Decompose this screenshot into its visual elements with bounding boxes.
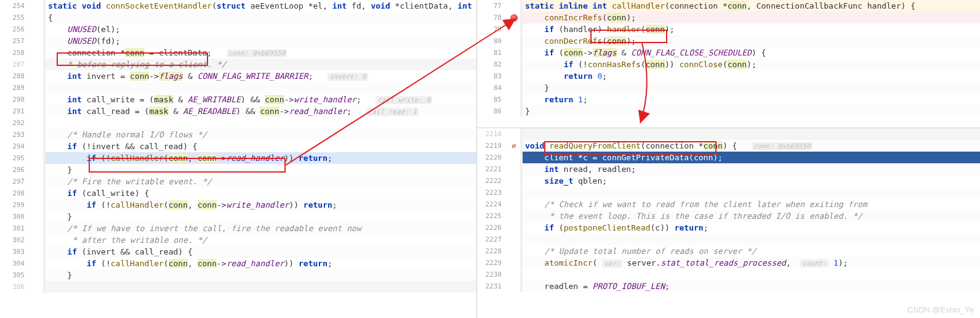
gutter-mark[interactable] [508,198,520,210]
gutter-mark[interactable] [31,269,43,281]
gutter-mark[interactable] [508,47,520,59]
code-text[interactable]: int call_read = (mask & AE_READABLE) && … [46,105,476,117]
code-text[interactable]: /* Update total number of reads on serve… [523,245,980,257]
code-line[interactable]: 291 int call_read = (mask & AE_READABLE)… [0,105,476,117]
gutter-mark[interactable] [31,82,43,94]
line-number[interactable]: 2221 [477,163,508,175]
code-line[interactable]: 296 } [0,164,476,176]
code-text[interactable]: } [46,269,476,281]
code-line[interactable]: 2226 if (postponeClientRead(c)) return; [477,222,980,234]
code-text[interactable]: int call_write = (mask & AE_WRITABLE) &&… [46,94,476,105]
gutter-mark[interactable] [508,70,520,82]
code-text[interactable]: static inline int callHandler(connection… [523,0,980,12]
gutter-mark[interactable] [31,246,43,258]
code-text[interactable]: /* Fire the writable event. */ [46,176,476,187]
code-line[interactable]: 294 if (!invert && call_read) { [0,141,476,152]
code-line[interactable]: 304 if (!callHandler(conn, conn->read_ha… [0,258,476,269]
code-line[interactable]: 289 [0,82,476,94]
gutter-mark[interactable] [31,0,43,12]
line-number[interactable]: 302 [0,234,31,246]
line-number[interactable]: 298 [0,187,31,199]
code-text[interactable]: UNUSED(el); [46,23,476,35]
right-top-editor[interactable]: 77static inline int callHandler(connecti… [477,0,980,128]
gutter-mark[interactable] [508,222,520,234]
line-number[interactable]: 2229 [477,257,508,269]
code-line[interactable]: 254static void connSocketEventHandler(st… [0,0,476,12]
gutter-mark[interactable] [508,257,520,269]
gutter-mark[interactable] [31,70,43,82]
code-text[interactable]: connection *conn = clientData; conn: 0xb… [46,47,476,59]
code-line[interactable]: 305 } [0,269,476,281]
code-line[interactable]: 83 return 0; [477,70,980,82]
line-number[interactable]: 2224 [477,198,508,210]
code-line[interactable]: 290 int call_write = (mask & AE_WRITABLE… [0,94,476,105]
code-line[interactable]: 2220 client *c = connGetPrivateData(conn… [477,152,980,163]
line-number[interactable]: 85 [477,94,508,105]
code-text[interactable] [46,281,476,293]
line-number[interactable]: 2225 [477,210,508,222]
line-number[interactable]: 79 [477,23,508,35]
right-top-code-area[interactable]: 77static inline int callHandler(connecti… [477,0,980,117]
line-number[interactable]: 287 [0,59,31,70]
code-line[interactable]: 2223 [477,187,980,198]
code-line[interactable]: 2225 * the event loop. This is the case … [477,210,980,222]
code-text[interactable] [523,269,980,280]
code-text[interactable]: atomicIncr( var: server.stat_total_reads… [523,257,980,269]
line-number[interactable]: 255 [0,12,31,23]
code-line[interactable]: 295 if (!callHandler(conn, conn->read_ha… [0,152,476,164]
line-number[interactable]: 2220 [477,152,508,163]
code-line[interactable]: 288 int invert = conn->flags & CONN_FLAG… [0,70,476,82]
code-text[interactable]: client *c = connGetPrivateData(conn); [523,152,980,163]
line-number[interactable]: 289 [0,82,31,94]
gutter-mark[interactable] [31,222,43,234]
gutter-mark[interactable] [508,12,520,23]
line-number[interactable]: 2223 [477,187,508,198]
code-text[interactable]: return 0; [523,70,980,82]
line-number[interactable]: 258 [0,47,31,59]
code-text[interactable]: if (call_write) { [46,187,476,199]
code-line[interactable]: 79 if (handler) handler(conn); [477,23,980,35]
gutter-mark[interactable] [508,23,520,35]
gutter-mark[interactable] [31,94,43,105]
code-line[interactable]: 2228 /* Update total number of reads on … [477,245,980,257]
gutter-mark[interactable] [31,152,43,164]
gutter-mark[interactable] [508,82,520,94]
gutter-mark[interactable] [31,105,43,117]
gutter-mark[interactable] [508,105,520,117]
gutter-mark[interactable] [508,163,520,175]
code-text[interactable]: UNUSED(fd); [46,35,476,47]
code-text[interactable] [523,234,980,245]
code-line[interactable]: 86} [477,105,980,117]
gutter-mark[interactable] [508,35,520,47]
line-number[interactable]: 305 [0,269,31,281]
code-line[interactable]: 287 * before replying to a client. */ [0,59,476,70]
code-line[interactable]: 256 UNUSED(el); [0,23,476,35]
line-number[interactable]: 78 [477,12,508,23]
code-line[interactable]: 300 } [0,211,476,222]
line-number[interactable]: 291 [0,105,31,117]
code-line[interactable]: 2231 readlen = PROTO_IOBUF_LEN; [477,280,980,292]
code-line[interactable]: 2227 [477,234,980,245]
gutter-mark[interactable] [31,129,43,141]
line-number[interactable]: 80 [477,35,508,47]
line-number[interactable]: 83 [477,70,508,82]
gutter-mark[interactable] [31,199,43,211]
code-text[interactable]: connDecrRefs(conn); [523,35,980,47]
code-text[interactable]: if (!callHandler(conn, conn->read_handle… [46,258,476,269]
gutter-mark[interactable] [508,59,520,70]
right-bottom-code-area[interactable]: 22182219⇄void readQueryFromClient(connec… [477,128,980,292]
gutter-mark[interactable] [31,47,43,59]
line-number[interactable]: 2219 [477,140,508,152]
line-number[interactable]: 300 [0,211,31,222]
line-number[interactable]: 293 [0,129,31,141]
code-line[interactable]: 85 return 1; [477,94,980,105]
code-text[interactable]: * the event loop. This is the case if th… [523,210,980,222]
code-text[interactable]: if (!invert && call_read) { [46,141,476,152]
line-number[interactable]: 2218 [477,128,508,140]
gutter-mark[interactable] [508,280,520,292]
code-text[interactable]: } [523,82,980,94]
right-bottom-editor[interactable]: 22182219⇄void readQueryFromClient(connec… [477,128,980,318]
gutter-mark[interactable] [31,12,43,23]
code-line[interactable]: 84 } [477,82,980,94]
gutter-mark[interactable] [31,117,43,129]
